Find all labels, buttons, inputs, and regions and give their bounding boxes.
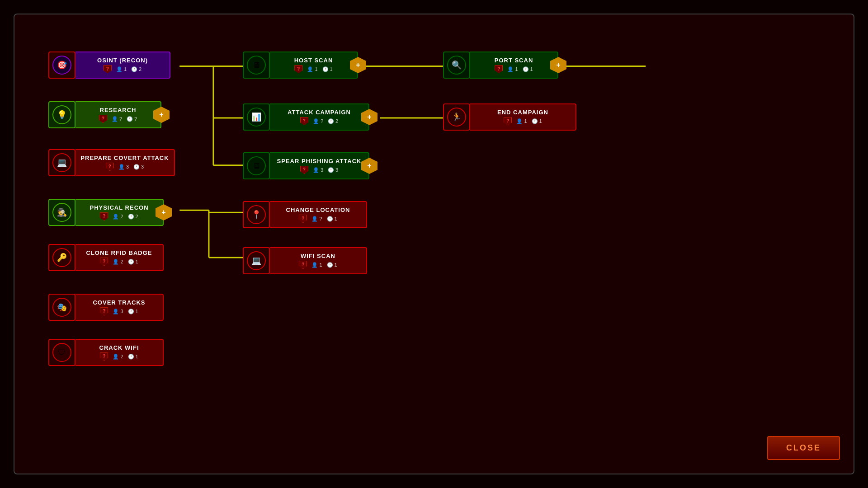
research-node[interactable]: 💡 RESEARCH ? 👤? 🕐? +	[48, 101, 161, 128]
prepare-time: 🕐3	[133, 164, 144, 170]
crack-wifi-stats: ? 👤2 🕐1	[80, 352, 158, 361]
change-location-time: 🕐1	[327, 216, 337, 222]
attack-campaign-stats: ? 👤? 🕐2	[274, 117, 364, 125]
physical-recon-title: PHYSICAL RECON	[80, 204, 158, 211]
port-scan-body: PORT SCAN ? 👤1 🕐1	[470, 52, 558, 79]
wifi-scan-question: ?	[299, 261, 307, 269]
prepare-covert-stats: ? 👤3 🕐3	[80, 163, 170, 171]
wifi-scan-body: WIFI SCAN ? 👤1 🕐1	[270, 247, 367, 274]
wifi-scan-node[interactable]: 💻 WIFI SCAN ? 👤1 🕐1	[243, 247, 367, 274]
spear-phishing-icon: 🖥	[243, 152, 270, 179]
close-button[interactable]: CLOSE	[767, 436, 840, 460]
cover-tracks-node[interactable]: 🎭 COVER TRACKS ? 👤3 🕐1	[48, 294, 164, 321]
end-campaign-icon: 🏃	[443, 103, 470, 131]
port-scan-title: PORT SCAN	[475, 57, 553, 64]
end-campaign-stats: ? 👤1 🕐1	[475, 117, 571, 125]
end-campaign-node[interactable]: 🏃 END CAMPAIGN ? 👤1 🕐1	[443, 103, 576, 131]
cover-tracks-time: 🕐1	[128, 309, 138, 314]
research-agents: 👤?	[112, 116, 122, 122]
cover-tracks-question: ?	[100, 307, 108, 315]
attack-campaign-time: 🕐2	[328, 118, 338, 124]
osint-body: OSINT (RECON) ? 👤1 🕐2	[75, 52, 170, 79]
host-scan-agents: 👤1	[307, 66, 317, 72]
prepare-covert-body: PREPARE COVERT ATTACK ? 👤3 🕐3	[75, 149, 175, 176]
clone-rfid-icon: 🔑	[48, 244, 75, 271]
crack-wifi-agents: 👤2	[113, 354, 123, 360]
physical-recon-icon: 🕵	[48, 199, 75, 226]
prepare-covert-title: PREPARE COVERT ATTACK	[80, 155, 170, 162]
spear-phishing-question: ?	[300, 166, 308, 174]
crack-wifi-icon: 🛡	[48, 339, 75, 366]
crack-wifi-question: ?	[100, 352, 108, 361]
wifi-scan-agents: 👤1	[311, 262, 322, 268]
host-scan-time: 🕐1	[322, 66, 333, 72]
port-scan-stats: ? 👤1 🕐1	[475, 65, 553, 73]
crack-wifi-node[interactable]: 🛡 CRACK WIFI ? 👤2 🕐1	[48, 339, 164, 366]
physical-time: 🕐2	[128, 214, 138, 220]
clone-rfid-question: ?	[100, 258, 108, 266]
change-location-stats: ? 👤? 🕐1	[274, 215, 362, 223]
research-stats: ? 👤? 🕐?	[80, 115, 156, 123]
change-location-node[interactable]: 📍 CHANGE LOCATION ? 👤? 🕐1	[243, 201, 367, 228]
physical-recon-question: ?	[100, 212, 108, 221]
wifi-scan-icon: 💻	[243, 247, 270, 274]
research-time: 🕐?	[127, 116, 137, 122]
prepare-covert-node[interactable]: 💻 PREPARE COVERT ATTACK ? 👤3 🕐3	[48, 149, 175, 176]
port-scan-agents: 👤1	[507, 66, 518, 72]
change-location-title: CHANGE LOCATION	[274, 206, 362, 214]
wifi-scan-time: 🕐1	[327, 262, 337, 268]
physical-recon-body: PHYSICAL RECON ? 👤2 🕐2	[75, 199, 164, 226]
end-campaign-body: END CAMPAIGN ? 👤1 🕐1	[470, 103, 576, 131]
change-location-body: CHANGE LOCATION ? 👤? 🕐1	[270, 201, 367, 228]
end-campaign-title: END CAMPAIGN	[475, 109, 571, 116]
research-icon: 💡	[48, 101, 75, 128]
physical-agents: 👤2	[113, 214, 123, 220]
osint-question: ?	[104, 65, 112, 73]
crack-wifi-body: CRACK WIFI ? 👤2 🕐1	[75, 339, 164, 366]
spear-phishing-node[interactable]: 🖥 SPEAR PHISHING ATTACK ? 👤3 🕐3 +	[243, 152, 369, 179]
cover-tracks-stats: ? 👤3 🕐1	[80, 307, 158, 315]
cover-tracks-agents: 👤3	[113, 309, 123, 314]
wifi-scan-stats: ? 👤1 🕐1	[274, 261, 362, 269]
osint-node[interactable]: 🎯 OSINT (RECON) ? 👤1 🕐2	[48, 52, 170, 79]
cover-tracks-icon: 🎭	[48, 294, 75, 321]
host-scan-question: ?	[294, 65, 302, 73]
attack-campaign-title: ATTACK CAMPAIGN	[274, 109, 364, 116]
host-scan-title: HOST SCAN	[274, 57, 353, 64]
osint-icon: 🎯	[48, 52, 75, 79]
end-campaign-time: 🕐1	[532, 118, 542, 124]
osint-time: 🕐2	[131, 66, 142, 72]
host-scan-body: HOST SCAN ? 👤1 🕐1	[270, 52, 358, 79]
osint-title: OSINT (RECON)	[80, 57, 165, 64]
host-scan-stats: ? 👤1 🕐1	[274, 65, 353, 73]
attack-campaign-agents: 👤?	[313, 118, 323, 124]
physical-recon-node[interactable]: 🕵 PHYSICAL RECON ? 👤2 🕐2 +	[48, 199, 164, 226]
skill-tree-container: 🎯 OSINT (RECON) ? 👤1 🕐2 💡 RESEARCH ? 👤? …	[14, 14, 854, 474]
research-body: RESEARCH ? 👤? 🕐?	[75, 101, 161, 128]
prepare-covert-question: ?	[106, 163, 114, 171]
osint-agents: 👤1	[116, 66, 127, 72]
attack-campaign-node[interactable]: 📊 ATTACK CAMPAIGN ? 👤? 🕐2 +	[243, 103, 369, 131]
spear-phishing-stats: ? 👤3 🕐3	[274, 166, 364, 174]
clone-rfid-node[interactable]: 🔑 CLONE RFID BADGE ? 👤2 🕐1	[48, 244, 164, 271]
attack-campaign-question: ?	[300, 117, 308, 125]
research-title: RESEARCH	[80, 107, 156, 114]
crack-wifi-title: CRACK WIFI	[80, 344, 158, 352]
cover-tracks-title: COVER TRACKS	[80, 299, 158, 306]
clone-rfid-body: CLONE RFID BADGE ? 👤2 🕐1	[75, 244, 164, 271]
change-location-question: ?	[299, 215, 307, 223]
host-scan-node[interactable]: 🖥 HOST SCAN ? 👤1 🕐1 +	[243, 52, 358, 79]
spear-phishing-agents: 👤3	[313, 167, 323, 173]
prepare-covert-icon: 💻	[48, 149, 75, 176]
attack-campaign-body: ATTACK CAMPAIGN ? 👤? 🕐2	[270, 103, 369, 131]
research-question: ?	[99, 115, 107, 123]
port-scan-icon: 🔍	[443, 52, 470, 79]
port-scan-time: 🕐1	[523, 66, 533, 72]
cover-tracks-body: COVER TRACKS ? 👤3 🕐1	[75, 294, 164, 321]
spear-phishing-title: SPEAR PHISHING ATTACK	[274, 158, 364, 165]
clone-rfid-time: 🕐1	[128, 259, 138, 265]
end-campaign-agents: 👤1	[516, 118, 527, 124]
clone-rfid-title: CLONE RFID BADGE	[80, 249, 158, 257]
end-campaign-question: ?	[504, 117, 512, 125]
port-scan-node[interactable]: 🔍 PORT SCAN ? 👤1 🕐1 +	[443, 52, 558, 79]
